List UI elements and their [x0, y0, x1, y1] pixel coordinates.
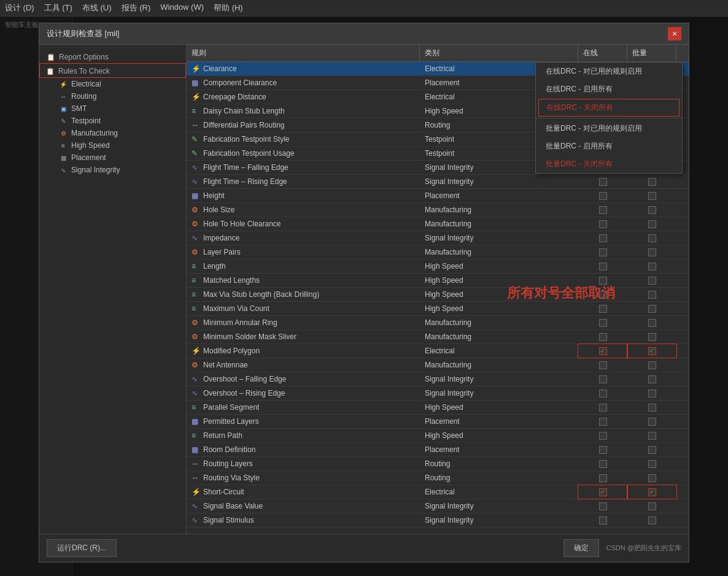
batch-checkbox[interactable]: [648, 375, 656, 383]
batch-checkbox[interactable]: [648, 333, 656, 341]
cm-online-enable-all[interactable]: 在线DRC - 启用所有: [536, 80, 682, 98]
batch-checkbox-cell[interactable]: [627, 358, 676, 372]
online-checkbox-cell[interactable]: [578, 344, 627, 358]
online-checkbox[interactable]: [599, 319, 607, 327]
batch-checkbox-cell[interactable]: [627, 513, 676, 527]
online-checkbox-cell[interactable]: [578, 471, 627, 485]
online-checkbox-cell[interactable]: [578, 302, 627, 315]
batch-checkbox[interactable]: [648, 446, 656, 454]
table-row[interactable]: ⚙Minimum Annular RingManufacturing: [187, 316, 689, 330]
online-checkbox-cell[interactable]: [578, 372, 627, 386]
batch-checkbox-cell[interactable]: [627, 330, 676, 344]
online-checkbox-cell[interactable]: [578, 457, 627, 470]
batch-checkbox[interactable]: [648, 361, 656, 369]
confirm-button[interactable]: 确定: [563, 539, 599, 557]
table-row[interactable]: ∿Flight Time – Rising EdgeSignal Integri…: [187, 175, 689, 189]
batch-checkbox-cell[interactable]: [627, 344, 676, 358]
sidebar-item-testpoint[interactable]: ✎ Testpoint: [39, 115, 186, 127]
table-row[interactable]: ≡Parallel SegmentHigh Speed: [187, 401, 689, 415]
online-checkbox[interactable]: [599, 206, 607, 214]
batch-checkbox[interactable]: [648, 192, 656, 200]
sidebar-item-routing[interactable]: ↔ Routing: [39, 90, 186, 102]
online-checkbox[interactable]: [599, 474, 607, 482]
online-checkbox[interactable]: [599, 347, 607, 355]
table-row[interactable]: ⚙Hole To Hole ClearanceManufacturing: [187, 217, 689, 231]
cm-batch-enable-used[interactable]: 批量DRC - 对已用的规则启用: [536, 120, 682, 137]
online-checkbox[interactable]: [599, 291, 607, 299]
batch-checkbox-cell[interactable]: [627, 386, 676, 400]
batch-checkbox[interactable]: [648, 502, 656, 510]
online-checkbox[interactable]: [599, 333, 607, 341]
batch-checkbox-cell[interactable]: [627, 203, 676, 217]
online-checkbox-cell[interactable]: [578, 499, 627, 513]
table-row[interactable]: ⚡Short-CircuitElectrical: [187, 485, 689, 499]
batch-checkbox-cell[interactable]: [627, 485, 676, 499]
table-row[interactable]: ≡Max Via Stub Length (Back Drilling)High…: [187, 288, 689, 302]
online-checkbox-cell[interactable]: [578, 330, 627, 344]
batch-checkbox[interactable]: [648, 234, 656, 242]
online-checkbox[interactable]: [599, 446, 607, 454]
batch-checkbox[interactable]: [648, 220, 656, 228]
online-checkbox[interactable]: [599, 234, 607, 242]
batch-checkbox[interactable]: [648, 291, 656, 299]
table-row[interactable]: ⚙Minimum Solder Mask SliverManufacturing: [187, 330, 689, 344]
online-checkbox-cell[interactable]: [578, 401, 627, 414]
sidebar-item-manufacturing[interactable]: ⚙ Manufacturing: [39, 127, 186, 139]
table-row[interactable]: ≡Return PathHigh Speed: [187, 429, 689, 443]
batch-checkbox[interactable]: [648, 418, 656, 426]
online-checkbox[interactable]: [599, 502, 607, 510]
table-row[interactable]: ∿Signal StimulusSignal Integrity: [187, 513, 689, 528]
table-row[interactable]: ∿Signal Base ValueSignal Integrity: [187, 499, 689, 513]
online-checkbox[interactable]: [599, 488, 607, 496]
online-checkbox[interactable]: [599, 516, 607, 524]
online-checkbox-cell[interactable]: [578, 274, 627, 287]
menu-tools[interactable]: 工具 (T): [44, 2, 72, 13]
batch-checkbox[interactable]: [648, 263, 656, 271]
batch-checkbox-cell[interactable]: [627, 401, 676, 414]
batch-checkbox[interactable]: [648, 277, 656, 285]
online-checkbox-cell[interactable]: [578, 443, 627, 456]
batch-checkbox[interactable]: [648, 319, 656, 327]
batch-checkbox[interactable]: [648, 432, 656, 440]
cm-batch-enable-all[interactable]: 批量DRC - 启用所有: [536, 137, 682, 155]
batch-checkbox[interactable]: [648, 404, 656, 412]
batch-checkbox-cell[interactable]: [627, 457, 676, 470]
table-row[interactable]: ▦Permitted LayersPlacement: [187, 415, 689, 429]
online-checkbox-cell[interactable]: [578, 513, 627, 527]
batch-checkbox[interactable]: [648, 488, 656, 496]
table-row[interactable]: ∿Overshoot – Falling EdgeSignal Integrit…: [187, 372, 689, 386]
batch-checkbox[interactable]: [648, 178, 656, 186]
batch-checkbox-cell[interactable]: [627, 443, 676, 456]
table-row[interactable]: ∿Overshoot – Rising EdgeSignal Integrity: [187, 386, 689, 401]
sidebar-item-smt[interactable]: ▣ SMT: [39, 102, 186, 115]
batch-checkbox[interactable]: [648, 390, 656, 397]
table-row[interactable]: ▦Room DefinitionPlacement: [187, 443, 689, 457]
online-checkbox-cell[interactable]: [578, 386, 627, 400]
online-checkbox-cell[interactable]: [578, 245, 627, 259]
online-checkbox-cell[interactable]: [578, 203, 627, 217]
batch-checkbox-cell[interactable]: [627, 302, 676, 315]
batch-checkbox-cell[interactable]: [627, 415, 676, 428]
table-row[interactable]: ⚙Layer PairsManufacturing: [187, 245, 689, 259]
online-checkbox-cell[interactable]: [578, 217, 627, 231]
online-checkbox[interactable]: [599, 404, 607, 412]
batch-checkbox-cell[interactable]: [627, 499, 676, 513]
menu-report[interactable]: 报告 (R): [122, 2, 151, 13]
sidebar-item-highspeed[interactable]: ≡ High Speed: [39, 139, 186, 152]
batch-checkbox-cell[interactable]: [627, 316, 676, 329]
batch-checkbox[interactable]: [648, 347, 656, 355]
batch-checkbox-cell[interactable]: [627, 245, 676, 259]
sidebar-item-signalintegrity[interactable]: ∿ Signal Integrity: [39, 164, 186, 176]
cm-batch-disable-all[interactable]: 批量DRC - 关闭所有: [536, 155, 682, 173]
batch-checkbox[interactable]: [648, 305, 656, 313]
menu-route[interactable]: 布线 (U): [82, 2, 112, 13]
batch-checkbox-cell[interactable]: [627, 175, 676, 188]
batch-checkbox-cell[interactable]: [627, 231, 676, 245]
online-checkbox-cell[interactable]: [578, 316, 627, 329]
online-checkbox-cell[interactable]: [578, 485, 627, 499]
online-checkbox-cell[interactable]: [578, 429, 627, 442]
sidebar-item-report-options[interactable]: 📋 Report Options: [39, 50, 186, 63]
online-checkbox-cell[interactable]: [578, 415, 627, 428]
table-row[interactable]: ▦HeightPlacement: [187, 189, 689, 203]
online-checkbox[interactable]: [599, 220, 607, 228]
